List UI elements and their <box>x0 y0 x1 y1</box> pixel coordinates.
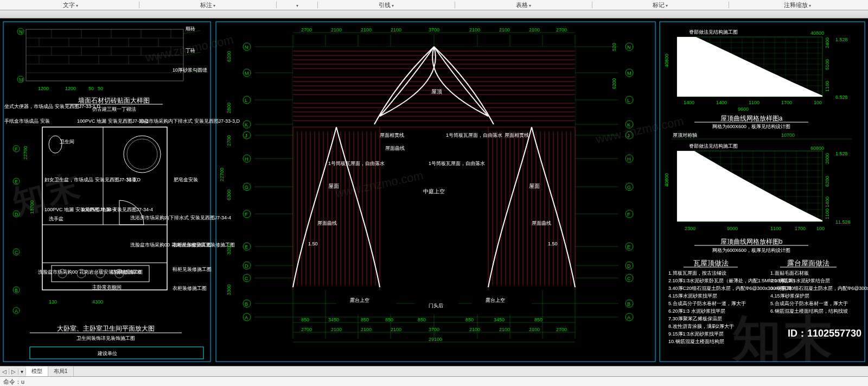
svg-text:屋面曲线: 屋面曲线 <box>532 220 551 226</box>
svg-point-47 <box>49 136 62 153</box>
tab-model[interactable]: 模型 <box>26 366 48 376</box>
svg-text:洗手盆: 洗手盆 <box>49 216 63 222</box>
label-brick-r1: 顺砖 <box>186 26 195 31</box>
svg-text:4300: 4300 <box>92 299 103 305</box>
svg-text:1100: 1100 <box>825 208 830 219</box>
id-badge: ID：1102557730 <box>788 327 861 340</box>
ribbon-group-mark[interactable]: 标记 <box>592 1 729 9</box>
svg-text:130: 130 <box>49 299 57 305</box>
svg-text:F: F <box>15 147 18 152</box>
svg-text:22700: 22700 <box>23 146 28 160</box>
tab-next-button[interactable]: ▷ <box>9 369 18 375</box>
svg-text:9600: 9600 <box>738 106 749 112</box>
svg-text:40800: 40800 <box>664 54 669 67</box>
svg-text:2100: 2100 <box>331 27 342 33</box>
svg-text:M: M <box>19 77 23 83</box>
svg-text:1700: 1700 <box>795 226 806 231</box>
svg-text:1100: 1100 <box>825 81 830 92</box>
svg-point-44 <box>127 139 157 169</box>
svg-text:40800: 40800 <box>664 173 669 187</box>
tab-layout1[interactable]: 布局1 <box>48 366 74 376</box>
svg-text:850: 850 <box>465 317 474 322</box>
model-viewport[interactable]: 顺砖 丁砖 10厚砂浆勾圆缝 N M 1200 1200 50 50 墙面石材切… <box>0 18 868 366</box>
svg-text:L: L <box>245 98 247 103</box>
ribbon-group-blank[interactable] <box>277 2 318 8</box>
svg-text:M: M <box>627 71 631 76</box>
svg-text:2.10厚1:2.5水泥砂浆结合层: 2.10厚1:2.5水泥砂浆结合层 <box>770 278 830 283</box>
svg-text:卫生间: 卫生间 <box>60 139 74 144</box>
svg-text:60800: 60800 <box>810 145 824 151</box>
axis-bubbles-left: N M L K J H G F E D C B A <box>243 43 251 321</box>
svg-text:门头后: 门头后 <box>429 303 443 308</box>
svg-text:3450: 3450 <box>328 317 339 322</box>
command-value: u <box>21 378 24 385</box>
command-line[interactable]: 命令：u <box>0 376 868 386</box>
svg-text:3700: 3700 <box>429 27 439 33</box>
svg-text:6300: 6300 <box>226 189 232 200</box>
svg-text:屋顶: 屋顶 <box>431 88 442 94</box>
svg-text:2100: 2100 <box>529 27 540 33</box>
svg-text:A: A <box>627 315 630 320</box>
svg-text:2100: 2100 <box>499 27 510 33</box>
svg-text:3.40厚C20细石混凝土防水层，内配Φ6@300x300 : 3.40厚C20细石混凝土防水层，内配Φ6@300x300 钢筋网 <box>770 286 868 291</box>
svg-text:B: B <box>15 288 18 293</box>
svg-text:1.528: 1.528 <box>835 151 848 156</box>
svg-text:6200: 6200 <box>825 176 830 187</box>
svg-text:露台上空: 露台上空 <box>350 298 369 303</box>
axis-bubbles-right: N M L K J H G F E D C B A <box>626 43 633 321</box>
tab-prev-button[interactable]: ◁ <box>0 369 9 375</box>
svg-text:3450: 3450 <box>494 317 505 322</box>
svg-text:洗脸盆市场采购00
花岗岩台板安装见装修施工图: 洗脸盆市场采购00 花岗岩台板安装见装修施工图 <box>130 242 235 248</box>
label-brick-r3: 10厚砂浆勾圆缝 <box>173 67 207 73</box>
svg-text:100PVC 地漏
安装见西图J7-34-4: 100PVC 地漏 安装见西图J7-34-4 <box>81 207 153 212</box>
svg-text:100: 100 <box>814 100 822 105</box>
svg-text:3200: 3200 <box>226 244 232 255</box>
ribbon-group-table[interactable]: 表格 <box>455 1 592 9</box>
tab-menu-button[interactable]: ▾ <box>18 369 26 375</box>
svg-text:A: A <box>245 315 248 320</box>
svg-text:9000: 9000 <box>727 226 738 231</box>
svg-text:850: 850 <box>385 317 393 322</box>
svg-text:C: C <box>627 276 631 281</box>
ruler <box>0 10 868 18</box>
svg-text:6200: 6200 <box>611 78 617 89</box>
ribbon-group-annoscale[interactable]: 注释缩放 <box>729 1 866 9</box>
layout-tabs: ◁ ▷ ▾ 模型 布局1 <box>0 366 868 376</box>
ribbon-group-text[interactable]: 文字 <box>2 1 139 9</box>
svg-text:1200: 1200 <box>38 86 49 91</box>
ribbon-group-leader[interactable]: 引线 <box>318 1 455 9</box>
svg-text:屋顶曲线网格放样图a: 屋顶曲线网格放样图a <box>720 115 783 122</box>
svg-text:屋面相贯线: 屋面相贯线 <box>505 132 529 138</box>
svg-text:K: K <box>245 122 248 128</box>
svg-text:2700: 2700 <box>556 27 567 33</box>
svg-text:浴盆市场采购内下排水式
安装见西图J7-33-3,D: 浴盆市场采购内下排水式 安装见西图J7-33-3,D <box>139 118 240 124</box>
svg-text:11.528: 11.528 <box>835 219 851 225</box>
ribbon-group-dim[interactable]: 标注 <box>139 1 276 9</box>
svg-text:2100: 2100 <box>529 327 540 332</box>
svg-text:850: 850 <box>418 317 426 322</box>
svg-text:屋面曲线: 屋面曲线 <box>317 220 337 226</box>
id-value: 1102557730 <box>807 328 861 339</box>
svg-text:1号筒板瓦屋面，自由落水: 1号筒板瓦屋面，自由落水 <box>328 161 385 166</box>
svg-text:网格为600X600，板厚见结构设计图: 网格为600X600，板厚见结构设计图 <box>712 248 790 253</box>
svg-text:6.528: 6.528 <box>835 94 848 100</box>
svg-text:露台上空: 露台上空 <box>486 298 505 303</box>
svg-text:屋面曲线: 屋面曲线 <box>385 145 405 151</box>
svg-text:1100: 1100 <box>749 100 760 105</box>
svg-text:N: N <box>245 45 248 50</box>
svg-text:3700: 3700 <box>429 327 439 332</box>
svg-text:2100: 2100 <box>499 327 510 332</box>
ribbon-bar: 文字 标注 引线 表格 标记 注释缩放 <box>0 0 868 10</box>
svg-text:建设单位: 建设单位 <box>97 351 117 356</box>
svg-text:22700: 22700 <box>219 168 225 181</box>
bath-title: 大卧室、主卧室卫生间平面放大图 <box>57 325 155 332</box>
svg-text:29100: 29100 <box>429 337 442 342</box>
chart-b: 脊部做法见结构施工图 2300 9000 1100 1700 100 2000 … <box>664 143 851 253</box>
svg-text:2700: 2700 <box>556 327 567 332</box>
svg-text:10700: 10700 <box>781 132 795 138</box>
svg-text:手纸盒市场成品
安装: 手纸盒市场成品 安装 <box>4 118 50 124</box>
svg-text:1.面贴毛面石材板: 1.面贴毛面石材板 <box>770 270 809 276</box>
svg-text:坐式大便器，市场成品
安装见西图J7-33-1,D: 坐式大便器，市场成品 安装见西图J7-33-1,D <box>4 104 101 109</box>
svg-text:2100: 2100 <box>331 327 342 332</box>
svg-text:防雾镜安装00: 防雾镜安装00 <box>111 269 141 275</box>
